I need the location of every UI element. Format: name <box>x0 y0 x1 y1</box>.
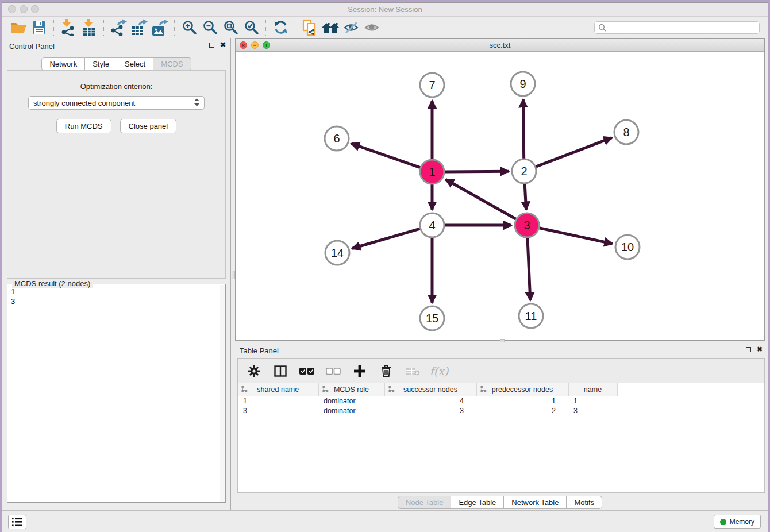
column-header-shared-name[interactable]: shared name <box>238 383 318 396</box>
node-label-10: 10 <box>621 241 634 253</box>
save-session-icon[interactable] <box>29 18 49 37</box>
function-builder-icon: f(x) <box>431 362 447 380</box>
node-label-9: 9 <box>519 78 526 90</box>
desktop: Session: New Session <box>0 0 770 532</box>
app-window: Session: New Session <box>2 2 768 532</box>
edge-3-11[interactable] <box>528 238 530 300</box>
zoom-selected-icon[interactable] <box>241 18 261 37</box>
network-window-title: scc.txt <box>236 41 764 49</box>
table-panel-header: Table Panel ✖ <box>235 343 765 358</box>
mcds-result-text[interactable]: 1 3 <box>11 287 217 500</box>
table-toolbar: f(x) <box>238 359 764 383</box>
refresh-view-icon[interactable] <box>270 18 291 37</box>
deselect-all-icon[interactable] <box>325 362 341 380</box>
destroy-table-icon <box>405 362 421 380</box>
show-all-icon[interactable] <box>361 18 382 37</box>
node-label-11: 11 <box>525 310 537 322</box>
close-panel-button[interactable]: Close panel <box>120 119 177 133</box>
panel-splitter[interactable] <box>230 38 235 511</box>
criterion-value: strongly connected component <box>33 99 135 107</box>
search-icon <box>598 24 606 32</box>
toolbar-separator <box>174 20 175 36</box>
float-table-panel-icon[interactable] <box>746 347 751 352</box>
edge-1-6[interactable] <box>352 144 421 168</box>
memory-status-icon <box>720 519 726 525</box>
search-input[interactable] <box>606 24 756 32</box>
column-header-predecessor-nodes[interactable]: predecessor nodes <box>476 383 568 396</box>
node-table-wrap: shared nameMCDS rolesuccessor nodesprede… <box>238 383 764 492</box>
export-image-icon[interactable] <box>149 18 170 37</box>
edge-3-10[interactable] <box>540 228 613 244</box>
tab-edge-table[interactable]: Edge Table <box>451 496 504 509</box>
network-resize-grip[interactable] <box>500 339 505 342</box>
toolbar-separator <box>295 20 295 36</box>
task-history-button[interactable] <box>8 515 26 529</box>
memory-label: Memory <box>730 518 754 526</box>
toolbar-separator <box>265 20 266 36</box>
node-label-7: 7 <box>429 79 435 91</box>
column-header-name[interactable]: name <box>568 383 617 396</box>
memory-button[interactable]: Memory <box>714 515 761 529</box>
main-titlebar: Session: New Session <box>2 3 768 17</box>
select-all-icon[interactable] <box>299 362 315 380</box>
tab-motifs[interactable]: Motifs <box>567 496 602 509</box>
edge-2-8[interactable] <box>536 138 612 167</box>
tab-network-table[interactable]: Network Table <box>504 496 567 509</box>
tab-style[interactable]: Style <box>85 57 117 71</box>
node-label-4: 4 <box>429 219 435 232</box>
open-session-icon[interactable] <box>8 18 29 37</box>
network-graph[interactable]: 7968124314101511 <box>236 52 765 341</box>
zoom-fit-icon[interactable] <box>220 18 241 37</box>
zoom-out-icon[interactable] <box>199 18 220 37</box>
zoom-in-icon[interactable] <box>179 18 199 37</box>
network-canvas[interactable]: 7968124314101511 <box>236 52 764 340</box>
mcds-result-box: MCDS result (2 nodes) 1 3 <box>7 284 226 503</box>
criterion-select[interactable]: strongly connected component <box>28 96 205 110</box>
table-row[interactable]: 3dominator323 <box>238 406 617 415</box>
close-table-panel-icon[interactable]: ✖ <box>757 346 763 352</box>
table-row[interactable]: 1dominator411 <box>238 396 617 406</box>
first-neighbors-icon[interactable] <box>320 18 341 37</box>
node-label-2: 2 <box>521 165 527 178</box>
tab-mcds[interactable]: MCDS <box>153 57 191 71</box>
optimization-criterion-label: Optimization criterion: <box>7 82 225 91</box>
node-label-3: 3 <box>523 219 530 232</box>
run-mcds-button[interactable]: Run MCDS <box>56 119 111 133</box>
table-settings-icon[interactable] <box>246 362 262 380</box>
node-label-14: 14 <box>331 246 344 259</box>
toolbar-separator <box>103 20 104 36</box>
add-column-icon[interactable] <box>352 362 368 380</box>
export-network-icon[interactable] <box>108 18 129 37</box>
float-panel-icon[interactable] <box>209 43 214 48</box>
column-chooser-icon[interactable] <box>272 362 288 380</box>
control-panel: Control Panel ✖ NetworkStyleSelectMCDS O… <box>2 38 230 511</box>
delete-column-icon[interactable] <box>378 362 394 380</box>
control-panel-tabs: NetworkStyleSelectMCDS <box>2 57 230 71</box>
tab-node-table[interactable]: Node Table <box>398 496 452 509</box>
window-title: Session: New Session <box>2 5 768 14</box>
column-header-MCDS-role[interactable]: MCDS role <box>318 383 384 396</box>
tab-select[interactable]: Select <box>117 57 153 71</box>
table-panel-title: Table Panel <box>240 346 279 355</box>
node-table[interactable]: shared nameMCDS rolesuccessor nodesprede… <box>238 383 618 415</box>
edge-4-14[interactable] <box>352 229 420 248</box>
edge-2-3[interactable] <box>525 184 526 210</box>
hide-selected-icon[interactable] <box>341 18 361 37</box>
export-table-icon[interactable] <box>129 18 149 37</box>
control-panel-header: Control Panel ✖ <box>2 38 230 53</box>
toolbar-separator <box>53 20 54 36</box>
table-panel: Table Panel ✖ <box>235 343 765 510</box>
edge-2-9[interactable] <box>523 99 523 159</box>
network-window-titlebar: × − + scc.txt <box>236 39 764 52</box>
new-network-from-selection-icon[interactable] <box>299 18 320 37</box>
network-view-window: × − + scc.txt 7968124314101511 <box>235 38 765 341</box>
import-table-icon[interactable] <box>79 18 99 37</box>
edge-1-2[interactable] <box>445 171 509 172</box>
import-network-icon[interactable] <box>58 18 79 37</box>
control-panel-title: Control Panel <box>9 42 55 51</box>
edge-3-1[interactable] <box>446 179 516 219</box>
mcds-result-scrollbar[interactable] <box>220 285 225 502</box>
column-header-successor-nodes[interactable]: successor nodes <box>384 383 476 396</box>
tab-network[interactable]: Network <box>41 57 85 71</box>
close-panel-icon[interactable]: ✖ <box>220 42 226 48</box>
